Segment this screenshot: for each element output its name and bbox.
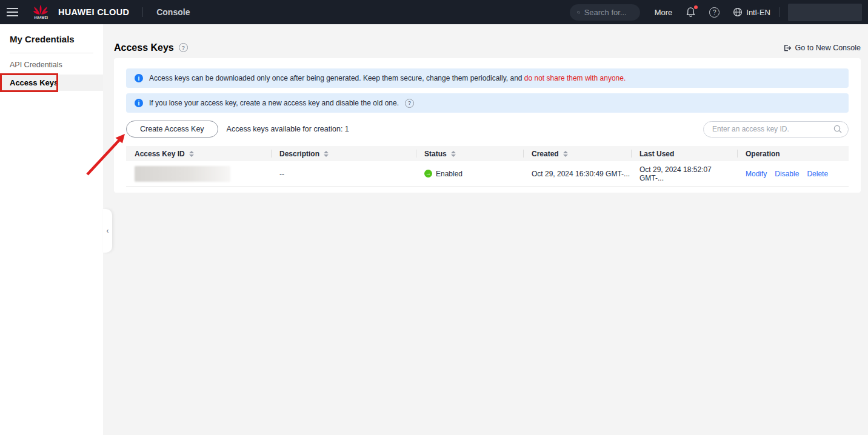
header-created[interactable]: Created xyxy=(523,146,631,161)
language-label: Intl-EN xyxy=(746,8,770,17)
available-keys-text: Access keys available for creation: 1 xyxy=(227,125,349,133)
access-key-id-blurred xyxy=(135,166,230,182)
modify-link[interactable]: Modify xyxy=(746,170,767,178)
info-banner-security: i Access keys can be downloaded only onc… xyxy=(126,68,849,88)
table-row: -- → Enabled Oct 29, 2024 16:30:49 GMT-.… xyxy=(126,161,849,187)
navbar-right: More ? Intl-EN xyxy=(570,4,868,21)
search-icon[interactable] xyxy=(833,125,842,133)
page: HUAWEI HUAWEI CLOUD Console More xyxy=(0,0,868,435)
header-status[interactable]: Status xyxy=(416,146,523,161)
notifications-button[interactable] xyxy=(686,7,696,18)
sidebar: My Credentials API Credentials Access Ke… xyxy=(0,24,103,435)
info-icon: i xyxy=(135,99,143,107)
page-header: Access Keys ? Go to New Console xyxy=(114,24,861,58)
navbar-divider xyxy=(779,7,780,17)
sort-icon[interactable] xyxy=(189,151,194,157)
more-menu[interactable]: More xyxy=(655,8,673,17)
question-icon: ? xyxy=(709,7,719,18)
page-title: Access Keys xyxy=(114,42,174,53)
go-to-new-console-link[interactable]: Go to New Console xyxy=(783,44,861,52)
top-navbar: HUAWEI HUAWEI CLOUD Console More xyxy=(0,0,868,24)
access-keys-table: Access Key ID Description Status Created xyxy=(126,146,849,187)
sidebar-divider xyxy=(10,53,93,53)
sort-icon[interactable] xyxy=(451,151,456,157)
navbar-divider xyxy=(142,7,143,17)
header-operation: Operation xyxy=(737,146,849,161)
toolbar: Create Access Key Access keys available … xyxy=(126,121,849,138)
header-last-used: Last Used xyxy=(631,146,737,161)
hamburger-menu-icon[interactable] xyxy=(0,0,24,24)
header-access-key-id[interactable]: Access Key ID xyxy=(126,146,271,161)
sidebar-item-label: Access Keys xyxy=(10,78,58,87)
navbar-search-input[interactable] xyxy=(584,8,633,17)
cell-operation: Modify Disable Delete xyxy=(737,161,849,186)
delete-link[interactable]: Delete xyxy=(807,170,828,178)
cell-status: → Enabled xyxy=(416,161,523,186)
main-content: Access Keys ? Go to New Console i Access… xyxy=(103,24,868,435)
huawei-logo: HUAWEI xyxy=(29,5,53,19)
access-key-search[interactable] xyxy=(703,121,849,138)
navbar-search[interactable] xyxy=(570,4,640,21)
access-key-search-input[interactable] xyxy=(712,125,833,133)
banner-warning-text: do not share them with anyone. xyxy=(524,74,626,82)
access-keys-card: i Access keys can be downloaded only onc… xyxy=(114,58,861,193)
banner-text: If you lose your access key, create a ne… xyxy=(149,99,399,107)
status-label: Enabled xyxy=(436,170,462,178)
cell-last-used: Oct 29, 2024 18:52:07 GMT-... xyxy=(631,161,737,186)
sidebar-item-access-keys[interactable]: Access Keys xyxy=(0,75,103,91)
banner-text: Access keys can be downloaded only once … xyxy=(149,74,626,82)
exit-icon xyxy=(783,44,792,52)
page-title-help-icon[interactable]: ? xyxy=(179,43,188,52)
go-to-new-console-label: Go to New Console xyxy=(795,44,861,52)
table-header-row: Access Key ID Description Status Created xyxy=(126,146,849,161)
banner-help-icon[interactable]: ? xyxy=(405,99,414,108)
header-description[interactable]: Description xyxy=(271,146,416,161)
console-tab[interactable]: Console xyxy=(156,7,190,17)
search-icon xyxy=(577,8,580,16)
sort-icon[interactable] xyxy=(563,151,568,157)
huawei-logo-text: HUAWEI xyxy=(35,16,48,19)
cell-description: -- xyxy=(271,161,416,186)
cell-created: Oct 29, 2024 16:30:49 GMT-... xyxy=(523,161,631,186)
info-banner-lost-key: i If you lose your access key, create a … xyxy=(126,93,849,113)
info-icon: i xyxy=(135,74,143,82)
brand-title: HUAWEI CLOUD xyxy=(58,7,129,17)
notification-badge-dot xyxy=(694,5,698,9)
cell-access-key-id xyxy=(126,161,271,186)
huawei-flower-icon xyxy=(33,5,49,15)
sort-icon[interactable] xyxy=(324,151,329,157)
create-access-key-button[interactable]: Create Access Key xyxy=(126,121,218,138)
disable-link[interactable]: Disable xyxy=(775,170,799,178)
language-selector[interactable]: Intl-EN xyxy=(733,7,770,17)
sidebar-title: My Credentials xyxy=(0,24,103,44)
globe-icon xyxy=(733,7,743,17)
account-name-blurred[interactable] xyxy=(788,4,862,21)
status-enabled-icon: → xyxy=(424,170,432,178)
help-button[interactable]: ? xyxy=(709,7,719,18)
sidebar-item-api-credentials[interactable]: API Credentials xyxy=(0,57,103,73)
